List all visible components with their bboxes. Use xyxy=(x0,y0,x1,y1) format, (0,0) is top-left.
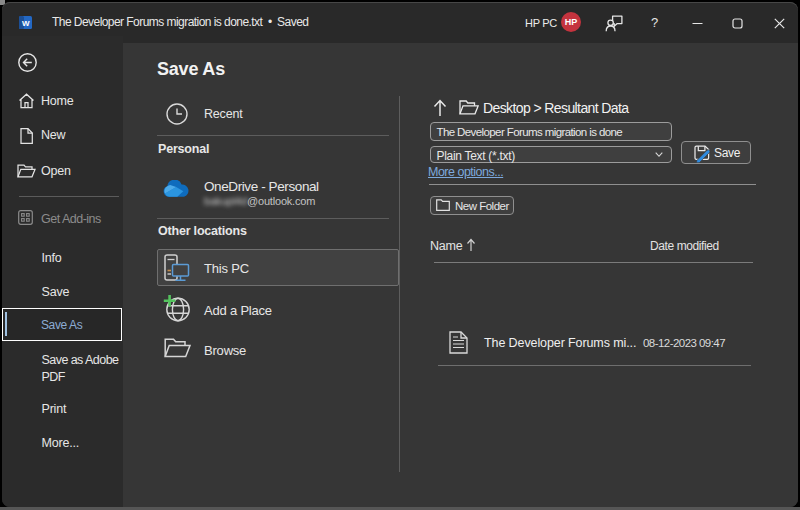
svg-text:W: W xyxy=(22,19,30,28)
